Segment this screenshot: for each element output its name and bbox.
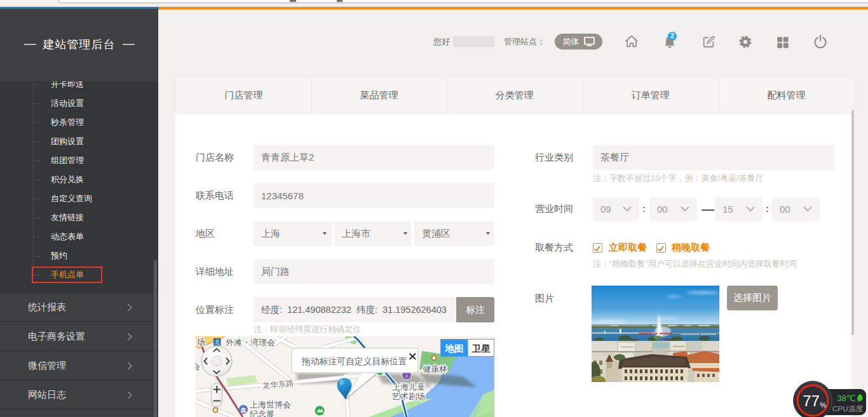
svg-text:卫星: 卫星 xyxy=(471,343,491,354)
svg-text:地图: 地图 xyxy=(445,343,464,354)
svg-text:纪念展: 纪念展 xyxy=(250,409,275,417)
svg-text:拖动标注可自定义目标位置: 拖动标注可自定义目标位置 xyxy=(301,357,407,366)
svg-text:%: % xyxy=(820,401,827,409)
svg-text:北: 北 xyxy=(214,339,220,345)
svg-text:CPU温度: CPU温度 xyxy=(832,404,864,413)
svg-text:场: 场 xyxy=(196,337,205,347)
svg-text:上海儿童: 上海儿童 xyxy=(392,382,425,392)
svg-text:血: 血 xyxy=(240,407,247,413)
svg-text:会: 会 xyxy=(196,362,200,371)
svg-text:上海世博会: 上海世博会 xyxy=(250,400,291,409)
svg-text:38℃: 38℃ xyxy=(837,394,855,403)
svg-text:外滩・湾璟会: 外滩・湾璟会 xyxy=(225,338,275,347)
svg-text:艺术剧场: 艺术剧场 xyxy=(392,392,425,401)
svg-text:♪: ♪ xyxy=(405,373,409,379)
svg-text:健康林: 健康林 xyxy=(423,364,447,374)
svg-text:77: 77 xyxy=(803,392,820,409)
